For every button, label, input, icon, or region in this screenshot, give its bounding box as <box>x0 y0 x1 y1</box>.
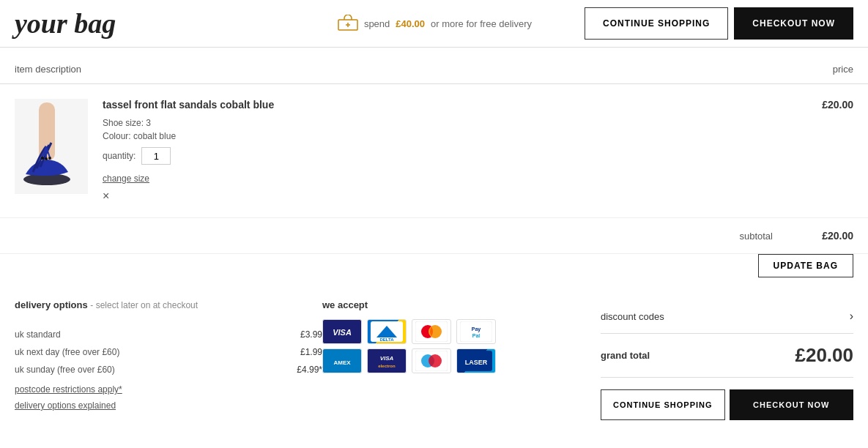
svg-rect-19 <box>460 321 492 342</box>
svg-text:LASER: LASER <box>465 359 488 366</box>
delivery-title: delivery options - select later on at ch… <box>15 299 322 310</box>
free-delivery-banner: spend £40.00 or more for free delivery <box>300 15 570 33</box>
item-image <box>15 99 88 194</box>
grand-total-row: grand total £20.00 <box>601 334 853 378</box>
quantity-label: quantity: <box>103 151 136 161</box>
delivery-msg-post: or more for free delivery <box>431 18 532 29</box>
discount-label: discount codes <box>601 311 664 322</box>
svg-text:Pay: Pay <box>472 326 481 332</box>
svg-text:DELTA: DELTA <box>379 337 394 342</box>
mastercard-icon <box>412 319 451 344</box>
delivery-option-nextday: uk next day (free over £60) £1.99 <box>15 343 322 361</box>
continue-shopping-button-summary[interactable]: CONTINUE SHOPPING <box>601 389 725 420</box>
paypal-icon: Pay Pal <box>456 319 496 344</box>
checkout-now-button-summary[interactable]: CHECKOUT NOW <box>730 389 854 420</box>
svg-text:VISA: VISA <box>333 328 352 337</box>
laser-icon: LASER <box>456 348 496 373</box>
change-size-link[interactable]: change size <box>103 173 149 184</box>
delta-card-icon: DELTA <box>367 319 407 344</box>
svg-text:Pal: Pal <box>472 333 481 338</box>
svg-point-8 <box>41 157 44 160</box>
update-bag-button[interactable]: UPDATE BAG <box>758 254 853 277</box>
subtotal-label: subtotal <box>739 231 773 242</box>
item-shoe-size: Shoe size: 3 <box>103 118 822 128</box>
item-details: tassel front flat sandals cobalt blue Sh… <box>88 99 822 203</box>
payment-cards: VISA DELTA <box>322 319 593 373</box>
update-btn-wrapper: UPDATE BAG <box>0 254 868 285</box>
col-item-description: item description <box>15 64 81 75</box>
svg-point-29 <box>429 354 442 367</box>
delivery-options-explained-link[interactable]: delivery options explained <box>15 400 322 411</box>
svg-point-10 <box>48 157 51 160</box>
bag-icon <box>338 15 358 33</box>
header-buttons: CONTINUE SHOPPING CHECKOUT NOW <box>585 7 853 40</box>
svg-point-9 <box>45 157 48 160</box>
visa-card-icon: VISA <box>322 319 362 344</box>
cart-item: tassel front flat sandals cobalt blue Sh… <box>0 84 868 218</box>
svg-text:VISA: VISA <box>380 355 394 362</box>
chevron-right-icon: › <box>850 310 853 323</box>
page-title: your bag <box>15 7 285 40</box>
svg-text:AMEX: AMEX <box>333 359 351 366</box>
table-header: item description price <box>0 55 868 84</box>
continue-shopping-button-header[interactable]: CONTINUE SHOPPING <box>585 7 728 40</box>
item-name: tassel front flat sandals cobalt blue <box>103 99 822 111</box>
payment-title: we accept <box>322 299 593 310</box>
remove-item-icon[interactable]: × <box>103 190 822 203</box>
subtotal-amount: £20.00 <box>802 230 853 242</box>
delivery-option-sunday: uk sunday (free over £60) £4.99* <box>15 361 322 378</box>
grand-total-amount: £20.00 <box>795 344 853 367</box>
visa-electron-icon: VISA electron <box>367 348 407 373</box>
checkout-now-button-header[interactable]: CHECKOUT NOW <box>734 7 853 40</box>
delivery-options: delivery options - select later on at ch… <box>15 299 322 420</box>
grand-total-label: grand total <box>601 350 650 361</box>
delivery-amount: £40.00 <box>396 18 425 29</box>
item-colour: Colour: cobalt blue <box>103 131 822 141</box>
delivery-msg-pre: spend <box>364 18 390 29</box>
item-quantity-row: quantity: <box>103 147 822 165</box>
bottom-section: delivery options - select later on at ch… <box>0 285 868 435</box>
page-header: your bag spend £40.00 or more for free d… <box>0 0 868 48</box>
amex-icon: AMEX <box>322 348 362 373</box>
subtotal-row: subtotal £20.00 <box>0 218 868 254</box>
item-price: £20.00 <box>822 99 853 203</box>
col-price: price <box>833 64 853 75</box>
summary-section: discount codes › grand total £20.00 CONT… <box>593 299 853 420</box>
postcode-restrictions-link[interactable]: postcode restrictions apply* <box>15 384 322 395</box>
summary-buttons: CONTINUE SHOPPING CHECKOUT NOW <box>601 389 853 420</box>
maestro-icon <box>412 348 451 373</box>
discount-codes-row[interactable]: discount codes › <box>601 299 853 334</box>
quantity-input[interactable] <box>141 147 171 165</box>
svg-text:electron: electron <box>378 364 396 368</box>
delivery-option-standard: uk standard £3.99 <box>15 326 322 343</box>
payment-section: we accept VISA DELTA <box>322 299 593 420</box>
